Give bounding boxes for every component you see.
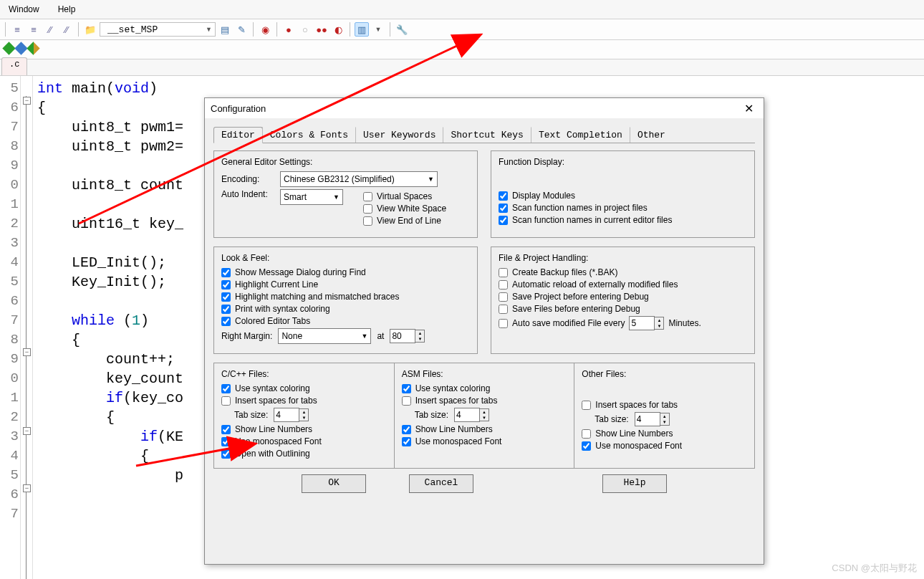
ccpp-outline-check[interactable]: Open with Outlining <box>221 449 387 459</box>
auto-indent-select[interactable]: Smart▼ <box>280 189 343 205</box>
toolbar-separator <box>253 22 254 37</box>
document-tab[interactable]: .c <box>1 57 27 75</box>
config-tabs: Editor Colors & Fonts User Keywords Shor… <box>213 125 755 143</box>
fold-gutter[interactable]: − − − − <box>21 76 33 579</box>
view-eol-check[interactable]: View End of Line <box>363 216 446 226</box>
section-label: ASM Files: <box>402 369 567 379</box>
print-syntax-check[interactable]: Print with syntax coloring <box>221 304 470 314</box>
autosave-check[interactable] <box>499 319 508 328</box>
highlight-braces-check[interactable]: Highlight matching and mismatched braces <box>221 292 470 302</box>
other-spaces-check[interactable]: Insert spaces for tabs <box>582 400 747 410</box>
ide-window: Window Help ≡ ≡ ⁄⁄ ⁄⁄ 📁 __set_MSP ▼ ▤ ✎ … <box>0 0 924 579</box>
debug-stop-icon[interactable]: ◉ <box>258 22 272 37</box>
asm-syntax-check[interactable]: Use syntax coloring <box>402 383 567 393</box>
comment-icon[interactable]: ⁄⁄ <box>43 22 57 37</box>
tab-other[interactable]: Other <box>630 127 673 143</box>
right-margin-label: Right Margin: <box>221 331 272 341</box>
other-tabsize-label: Tab size: <box>595 414 628 424</box>
save-files-check[interactable]: Save Files before entering Debug <box>499 304 747 314</box>
ccpp-spaces-check[interactable]: Insert spaces for tabs <box>221 396 387 406</box>
bp2-icon[interactable]: ●● <box>314 22 329 37</box>
auto-indent-label: Auto Indent: <box>221 189 274 199</box>
menu-window[interactable]: Window <box>4 3 44 16</box>
view-whitespace-check[interactable]: View White Space <box>363 204 446 214</box>
other-mono-check[interactable]: Use monospaced Font <box>582 441 747 451</box>
ccpp-linenum-check[interactable]: Show Line Numbers <box>221 424 387 434</box>
right-margin-col-spinner[interactable]: ▲▼ <box>390 329 425 343</box>
windows-icon[interactable]: ▥ <box>355 22 369 37</box>
grey-bp-icon[interactable]: ○ <box>298 22 312 37</box>
auto-reload-check[interactable]: Automatic reload of externally modified … <box>499 279 747 290</box>
indent-right-icon[interactable]: ≡ <box>27 22 41 37</box>
dialog-titlebar: Configuration ✕ <box>205 98 764 118</box>
symbol-combo[interactable]: __set_MSP ▼ <box>100 22 216 37</box>
virtual-spaces-check[interactable]: Virtual Spaces <box>363 191 446 201</box>
highlight-line-check[interactable]: Highlight Current Line <box>221 279 470 290</box>
asm-spaces-check[interactable]: Insert spaces for tabs <box>402 396 567 406</box>
fold-toggle-icon[interactable]: − <box>23 427 31 435</box>
ccpp-tabsize-spinner[interactable]: ▲▼ <box>274 408 309 422</box>
asm-linenum-check[interactable]: Show Line Numbers <box>402 424 567 434</box>
menu-help[interactable]: Help <box>54 3 80 16</box>
other-files-group: Other Files: Insert spaces for tabs Tab … <box>574 363 755 469</box>
tab-colors-fonts[interactable]: Colors & Fonts <box>262 127 356 143</box>
fold-toggle-icon[interactable]: − <box>23 348 31 356</box>
close-icon[interactable]: ✕ <box>740 102 758 115</box>
indent-left-icon[interactable]: ≡ <box>10 22 24 37</box>
configuration-dialog: Configuration ✕ Editor Colors & Fonts Us… <box>204 97 764 565</box>
dialog-title: Configuration <box>211 103 266 114</box>
watermark: CSDN @太阳与野花 <box>832 562 917 575</box>
find-icon[interactable]: ✎ <box>234 22 249 37</box>
other-tabsize-spinner[interactable]: ▲▼ <box>635 412 670 426</box>
main-toolbar: ≡ ≡ ⁄⁄ ⁄⁄ 📁 __set_MSP ▼ ▤ ✎ ◉ ● ○ ●● ◐ ▥… <box>0 19 924 40</box>
scan-editor-check[interactable]: Scan function names in current editor fi… <box>499 215 747 225</box>
look-feel-group: Look & Feel: Show Message Dialog during … <box>213 247 478 354</box>
ccpp-files-group: C/C++ Files: Use syntax coloring Insert … <box>213 363 395 469</box>
tab-editor[interactable]: Editor <box>213 127 263 143</box>
ok-button[interactable]: OK <box>302 474 366 493</box>
dialog-button-row: OK Cancel Help <box>213 474 755 493</box>
cancel-button[interactable]: Cancel <box>409 474 473 493</box>
uncomment-icon[interactable]: ⁄⁄ <box>59 22 74 37</box>
asm-tabsize-spinner[interactable]: ▲▼ <box>454 408 489 422</box>
list-icon[interactable]: ▤ <box>218 22 232 37</box>
wrench-icon[interactable]: 🔧 <box>395 22 409 37</box>
build-toolbar <box>0 40 924 59</box>
folder-icon[interactable]: 📁 <box>83 22 97 37</box>
colored-tabs-check[interactable]: Colored Editor Tabs <box>221 316 470 326</box>
right-margin-select[interactable]: None▼ <box>278 328 371 344</box>
toolbar-separator <box>5 22 6 37</box>
tab-shortcut-keys[interactable]: Shortcut Keys <box>443 127 531 143</box>
toolbar-separator <box>350 22 350 37</box>
help-button[interactable]: Help <box>602 474 667 493</box>
autosave-minutes-spinner[interactable]: ▲▼ <box>629 316 664 330</box>
asm-mono-check[interactable]: Use monospaced Font <box>402 436 567 446</box>
save-project-check[interactable]: Save Project before entering Debug <box>499 292 747 302</box>
fold-toggle-icon[interactable]: − <box>23 97 31 105</box>
create-bak-check[interactable]: Create Backup files (*.BAK) <box>499 267 747 277</box>
general-editor-group: General Editor Settings: Encoding: Chine… <box>213 150 478 238</box>
tab-text-completion[interactable]: Text Completion <box>531 127 630 143</box>
section-label: Other Files: <box>582 369 747 379</box>
bp3-icon[interactable]: ◐ <box>331 22 345 37</box>
display-modules-check[interactable]: Display Modules <box>499 191 747 201</box>
ccpp-tabsize-label: Tab size: <box>234 410 268 420</box>
fold-toggle-icon[interactable]: − <box>23 484 31 492</box>
build-target-icon[interactable] <box>4 44 14 55</box>
asm-files-group: ASM Files: Use syntax coloring Insert sp… <box>394 363 575 469</box>
red-bp-icon[interactable]: ● <box>281 22 296 37</box>
show-msg-find-check[interactable]: Show Message Dialog during Find <box>221 267 470 277</box>
encoding-select[interactable]: Chinese GB2312 (Simplified)▼ <box>280 171 438 187</box>
menubar: Window Help <box>0 0 924 19</box>
other-linenum-check[interactable]: Show Line Numbers <box>582 429 747 439</box>
build-all-icon[interactable] <box>29 44 38 55</box>
scan-project-check[interactable]: Scan function names in project files <box>499 203 747 213</box>
at-label: at <box>377 331 384 341</box>
build-sel-icon[interactable] <box>16 44 26 55</box>
ccpp-mono-check[interactable]: Use monospaced Font <box>221 436 387 446</box>
dropdown-arrow-icon[interactable]: ▼ <box>371 22 385 37</box>
tab-user-keywords[interactable]: User Keywords <box>355 127 443 143</box>
section-label: C/C++ Files: <box>221 369 387 379</box>
ccpp-syntax-check[interactable]: Use syntax coloring <box>221 383 387 393</box>
section-label: Function Display: <box>499 157 747 167</box>
